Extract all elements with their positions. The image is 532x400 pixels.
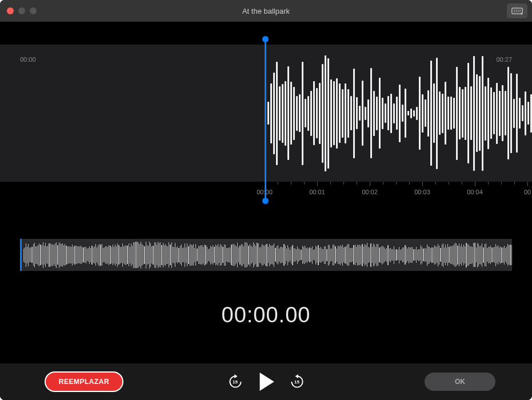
ok-button-label: OK [455, 378, 465, 386]
traffic-lights [7, 7, 37, 14]
time-ruler: 00:0000:0100:0200:0300:0400 [263, 182, 532, 199]
timecode-display: 00:00.00 [0, 303, 532, 327]
trim-button[interactable] [507, 3, 527, 18]
overview-waveform[interactable] [20, 239, 512, 271]
maximize-window-button[interactable] [30, 7, 37, 14]
replace-button[interactable]: REEMPLAZAR [45, 371, 123, 392]
waveform-bars [267, 45, 532, 182]
editor-area: 00:0000:0100:0200:0300:0400 00:00 00:27 … [0, 22, 532, 365]
toolbar: REEMPLAZAR 15 15 [0, 363, 532, 400]
title-bar: At the ballpark [0, 0, 532, 22]
overview-end-label: 00:27 [496, 56, 512, 63]
rewind-15-button[interactable]: 15 [226, 373, 245, 391]
window-title: At the ballpark [242, 7, 290, 15]
overview-labels: 00:00 00:27 [20, 56, 512, 63]
overview-bars [22, 239, 512, 271]
play-icon [258, 373, 274, 391]
replace-button-label: REEMPLAZAR [59, 378, 109, 386]
overview-start-label: 00:00 [20, 56, 36, 63]
play-button[interactable] [256, 371, 277, 392]
minimize-window-button[interactable] [18, 7, 25, 14]
app-window: At the ballpark 00:0000:0100:0200:0300:0… [0, 0, 532, 400]
trim-icon [511, 6, 523, 15]
forward-seconds-label: 15 [294, 379, 299, 385]
transport-controls: 15 15 [226, 371, 306, 392]
forward-15-button[interactable]: 15 [288, 373, 306, 391]
svg-rect-0 [512, 8, 522, 14]
svg-marker-7 [259, 373, 274, 391]
close-window-button[interactable] [7, 7, 14, 14]
main-waveform[interactable]: 00:0000:0100:0200:0300:0400 [0, 45, 532, 193]
rewind-seconds-label: 15 [233, 379, 238, 385]
playhead[interactable] [265, 39, 266, 201]
svg-marker-8 [295, 374, 298, 378]
svg-marker-6 [234, 374, 237, 378]
ok-button[interactable]: OK [425, 373, 495, 391]
